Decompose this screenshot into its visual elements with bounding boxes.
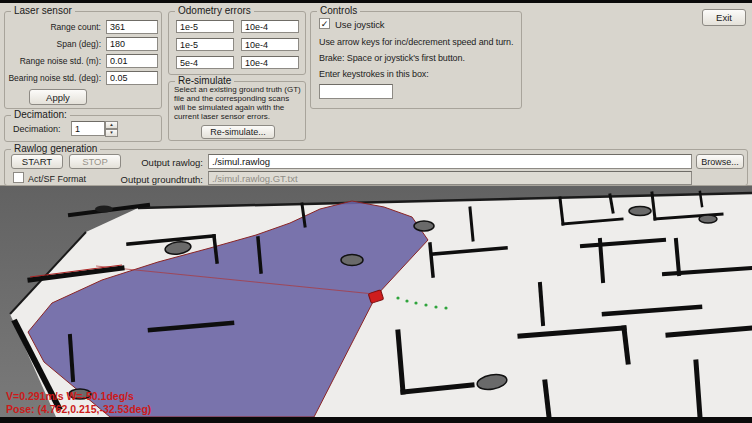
span-deg-label: Span (deg): [57,39,101,49]
bearing-noise-label: Bearing noise std. (deg): [8,73,101,83]
gridmap-simulator-window: Laser sensor Range count: Span (deg): Ra… [0,0,752,423]
range-count-label: Range count: [50,22,101,32]
odometry-error-input-0-1[interactable] [241,20,299,33]
range-count-input[interactable] [106,20,158,34]
actsf-format-checkbox[interactable] [13,172,24,183]
odometry-error-input-1-1[interactable] [241,38,299,51]
odometry-errors-group: Odometry errors [168,11,306,75]
odometry-error-input-0-0[interactable] [176,20,234,33]
range-noise-label: Range noise std. (m): [20,56,101,66]
bearing-noise-input[interactable] [106,71,158,85]
map-wall-blob [95,206,113,213]
odometry-errors-group-title: Odometry errors [175,5,254,17]
controls-hint-brake: Brake: Space or joystick's first button. [319,53,465,63]
bottom-black-bar [0,417,752,423]
resimulate-group: Re-simulate Select an existing ground tr… [168,81,306,141]
odometry-error-input-1-0[interactable] [176,38,234,51]
gridmap-scene [0,186,752,417]
hud-pose-text: Pose: (4.762,0.215,-32.53deg) [6,403,151,415]
rawlog-generation-group: Rawlog generation START STOP Output rawl… [4,149,748,186]
hud-velocity-text: V=0.291m/s W=-50.1deg/s [6,390,134,402]
decimation-spinner[interactable] [71,121,105,136]
laser-sensor-group-title: Laser sensor [11,5,75,17]
apply-button[interactable]: Apply [29,89,87,105]
decimation-group-title: Decimation: [11,109,70,121]
laser-field-row: Range count: [7,20,159,34]
odometry-error-input-2-0[interactable] [176,56,234,69]
resimulate-description: Select an existing ground truth (GT) fil… [174,85,301,121]
laser-field-row: Range noise std. (m): [7,54,159,68]
3d-viewport[interactable]: V=0.291m/s W=-50.1deg/s Pose: (4.762,0.2… [0,186,752,417]
keystroke-input[interactable] [319,84,393,99]
decimation-spin-buttons: ▲ ▼ [105,121,118,136]
laser-sensor-group: Laser sensor Range count: Span (deg): Ra… [4,11,162,109]
output-groundtruth-label: Output groundtruth: [101,174,203,185]
output-groundtruth-input [208,171,692,185]
span-deg-input[interactable] [106,37,158,51]
spinner-up-icon[interactable]: ▲ [105,121,118,129]
output-rawlog-input[interactable] [208,154,692,169]
odometry-error-input-2-1[interactable] [241,56,299,69]
resimulate-button[interactable]: Re-simulate... [201,125,275,139]
exit-button[interactable]: Exit [702,9,746,26]
use-joystick-label: Use joystick [335,19,384,30]
spinner-down-icon[interactable]: ▼ [105,129,118,137]
range-noise-input[interactable] [106,54,158,68]
use-joystick-checkbox[interactable]: ✓ [319,18,330,29]
decimation-group: Decimation: Decimation: ▲ ▼ [4,115,162,142]
controls-hint-arrows: Use arrow keys for inc/decrement speed a… [319,37,513,47]
output-rawlog-label: Output rawlog: [115,157,203,168]
stop-button[interactable]: STOP [69,154,121,169]
decimation-label: Decimation: [13,124,61,134]
controls-hint-keystrokes: Enter keystrokes in this box: [319,69,429,79]
controls-group: Controls ✓ Use joystick Use arrow keys f… [310,11,522,109]
start-button[interactable]: START [11,154,63,169]
checkmark-icon: ✓ [321,19,329,29]
laser-field-row: Span (deg): [7,37,159,51]
actsf-format-label: Act/SF Format [28,174,86,184]
settings-panel: Laser sensor Range count: Span (deg): Ra… [0,3,752,186]
browse-button[interactable]: Browse... [696,154,744,169]
controls-group-title: Controls [317,5,360,17]
laser-field-row: Bearing noise std. (deg): [7,71,159,85]
